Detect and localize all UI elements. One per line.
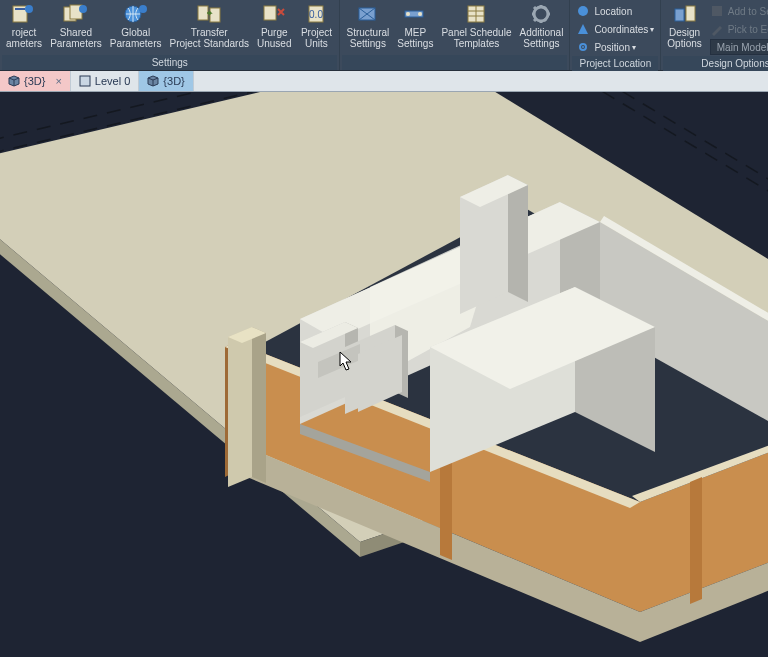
close-icon[interactable]: × xyxy=(55,75,61,87)
svg-marker-59 xyxy=(508,175,528,302)
shared-parameters-icon xyxy=(62,2,90,26)
tab-3d-2[interactable]: {3D} xyxy=(139,71,193,91)
pick-to-edit-icon xyxy=(710,22,724,36)
position-icon xyxy=(576,40,590,54)
svg-point-20 xyxy=(578,6,588,16)
label: Transfer Project Standards xyxy=(170,27,250,49)
svg-rect-24 xyxy=(686,6,695,21)
label: Structural Settings xyxy=(346,27,389,49)
main-model-dropdown-row: Main Model xyxy=(706,38,768,56)
location-button[interactable]: Location xyxy=(572,2,658,20)
shared-parameters-button[interactable]: Shared Parameters xyxy=(46,0,106,49)
panel-title-blank xyxy=(342,55,567,70)
position-button[interactable]: Position ▾ xyxy=(572,38,658,56)
svg-rect-25 xyxy=(712,6,722,16)
design-options-icon xyxy=(671,2,699,26)
model-canvas xyxy=(0,92,768,657)
label: Global Parameters xyxy=(110,27,162,49)
svg-marker-50 xyxy=(252,327,266,483)
label: Pick to Edit xyxy=(728,24,768,35)
plan-icon xyxy=(79,75,91,87)
cube-icon xyxy=(8,75,20,87)
svg-rect-8 xyxy=(198,6,208,20)
svg-point-22 xyxy=(582,46,584,48)
svg-rect-23 xyxy=(675,9,684,21)
svg-point-19 xyxy=(539,12,544,17)
panel-design-options: Design Options Add to Set Pick to Edit M… xyxy=(661,0,768,70)
project-parameters-button[interactable]: roject ameters xyxy=(2,0,46,49)
chevron-down-icon: ▾ xyxy=(632,43,636,52)
view-tabs: {3D} × Level 0 {3D} xyxy=(0,71,768,92)
project-parameters-icon xyxy=(10,2,38,26)
additional-settings-button[interactable]: Additional Settings xyxy=(515,0,567,49)
panel-title: Settings xyxy=(2,55,337,70)
svg-point-7 xyxy=(139,5,147,13)
tab-label: Level 0 xyxy=(95,75,130,87)
svg-point-2 xyxy=(25,5,33,13)
additional-settings-icon xyxy=(527,2,555,26)
label: Shared Parameters xyxy=(50,27,102,49)
coordinates-button[interactable]: Coordinates ▾ xyxy=(572,20,658,38)
mep-settings-icon xyxy=(401,2,429,26)
panel-project-location: Location Coordinates ▾ Position ▾ Projec… xyxy=(570,0,661,70)
tab-label: {3D} xyxy=(24,75,45,87)
label: Additional Settings xyxy=(519,27,563,49)
svg-point-15 xyxy=(406,12,410,16)
svg-marker-49 xyxy=(228,327,252,487)
panel-schedule-templates-button[interactable]: Panel Schedule Templates xyxy=(437,0,515,49)
transfer-standards-icon xyxy=(195,2,223,26)
main-model-select[interactable]: Main Model xyxy=(710,39,768,55)
svg-text:0.0: 0.0 xyxy=(310,9,324,20)
coordinates-icon xyxy=(576,22,590,36)
viewport-3d[interactable] xyxy=(0,92,768,657)
panel-settings-2: Structural Settings MEP Settings Panel S… xyxy=(340,0,570,70)
panel-title: Project Location xyxy=(572,56,658,71)
purge-unused-icon xyxy=(260,2,288,26)
project-units-button[interactable]: 0.0 Project Units xyxy=(295,0,337,49)
ribbon: roject ameters Shared Parameters Global … xyxy=(0,0,768,71)
label: Location xyxy=(594,6,632,17)
label: Add to Set xyxy=(728,6,768,17)
structural-settings-icon xyxy=(354,2,382,26)
tab-3d-1[interactable]: {3D} × xyxy=(0,71,71,91)
purge-unused-button[interactable]: Purge Unused xyxy=(253,0,295,49)
label: Position xyxy=(594,42,630,53)
label: Design Options xyxy=(667,27,701,49)
svg-rect-1 xyxy=(15,8,25,10)
panel-title: Design Options xyxy=(663,56,768,71)
svg-point-5 xyxy=(79,5,87,13)
cube-icon xyxy=(147,75,159,87)
chevron-down-icon: ▾ xyxy=(650,25,654,34)
global-parameters-icon xyxy=(122,2,150,26)
label: Project Units xyxy=(301,27,332,49)
svg-rect-35 xyxy=(80,76,90,86)
label: roject ameters xyxy=(6,27,42,49)
label: Coordinates xyxy=(594,24,648,35)
svg-marker-48 xyxy=(690,477,702,604)
tab-label: {3D} xyxy=(163,75,184,87)
label: Purge Unused xyxy=(257,27,291,49)
project-units-icon: 0.0 xyxy=(302,2,330,26)
svg-rect-10 xyxy=(264,6,276,20)
label: MEP Settings xyxy=(397,27,433,49)
panel-schedule-icon xyxy=(462,2,490,26)
svg-point-16 xyxy=(418,12,422,16)
label: Panel Schedule Templates xyxy=(441,27,511,49)
add-to-set-button[interactable]: Add to Set xyxy=(706,2,768,20)
tab-level0[interactable]: Level 0 xyxy=(71,71,139,91)
pick-to-edit-button[interactable]: Pick to Edit xyxy=(706,20,768,38)
mep-settings-button[interactable]: MEP Settings xyxy=(393,0,437,49)
add-to-set-icon xyxy=(710,4,724,18)
transfer-standards-button[interactable]: Transfer Project Standards xyxy=(166,0,254,49)
structural-settings-button[interactable]: Structural Settings xyxy=(342,0,393,49)
design-options-button[interactable]: Design Options xyxy=(663,0,705,49)
global-parameters-button[interactable]: Global Parameters xyxy=(106,0,166,49)
panel-settings: roject ameters Shared Parameters Global … xyxy=(0,0,340,70)
location-icon xyxy=(576,4,590,18)
svg-rect-9 xyxy=(210,8,220,22)
